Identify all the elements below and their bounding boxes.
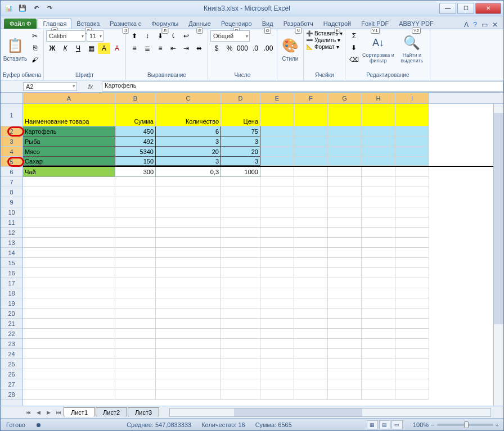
row-header[interactable]: 3 (1, 137, 22, 147)
help-icon[interactable]: ? (473, 21, 477, 29)
cell[interactable] (115, 228, 156, 238)
align-bottom-icon[interactable]: ⬇ (154, 30, 166, 42)
cell[interactable] (362, 187, 395, 197)
ribbon-tab[interactable]: РецензироР (216, 18, 257, 29)
cell[interactable] (328, 258, 362, 268)
cell[interactable] (260, 167, 294, 177)
cell[interactable] (395, 228, 429, 238)
ribbon-tab[interactable]: ФормулыЛ (146, 18, 183, 29)
macro-record-icon[interactable]: ⏺ (35, 421, 42, 428)
cell[interactable] (260, 147, 294, 157)
cell[interactable] (395, 369, 429, 379)
cell[interactable] (362, 278, 395, 288)
cell[interactable] (362, 288, 395, 298)
cell[interactable] (115, 389, 156, 400)
cell[interactable] (328, 157, 362, 166)
column-header[interactable]: B (115, 93, 156, 103)
ribbon-tab[interactable]: ВидО (257, 18, 278, 29)
cell[interactable] (156, 288, 221, 298)
row-header[interactable]: 25 (1, 359, 22, 369)
cell[interactable] (115, 308, 156, 319)
cell[interactable] (362, 308, 395, 319)
cell[interactable] (156, 217, 221, 228)
cell[interactable]: 1000 (221, 167, 260, 177)
cell[interactable]: Чай (23, 167, 115, 177)
ribbon-tab[interactable]: ABBYY PDFY2 (394, 18, 439, 29)
cell[interactable] (328, 197, 362, 207)
cell[interactable] (362, 104, 395, 126)
cell[interactable] (221, 187, 260, 197)
row-header[interactable]: 4 (1, 147, 22, 157)
cell[interactable]: 3 (156, 157, 221, 166)
ribbon-tab[interactable]: ВставкаС (71, 18, 105, 29)
cell[interactable] (115, 207, 156, 217)
cell[interactable]: Количество (156, 104, 221, 126)
cell[interactable] (260, 349, 294, 359)
cell[interactable] (23, 288, 115, 298)
cell[interactable] (156, 329, 221, 339)
cell[interactable] (395, 258, 429, 268)
cell[interactable] (294, 187, 328, 197)
cell[interactable] (260, 157, 294, 166)
cell[interactable] (362, 329, 395, 339)
row-header[interactable]: 18 (1, 288, 22, 298)
ribbon-tab[interactable]: ГлавнаяЯ (38, 18, 71, 29)
cells-format-button[interactable]: 📐Формат ▾ (306, 44, 339, 50)
align-left-icon[interactable]: ≡ (128, 43, 141, 54)
cell[interactable] (156, 339, 221, 349)
column-header[interactable]: I (395, 93, 429, 103)
cell[interactable]: 3 (221, 157, 260, 166)
cell[interactable] (221, 217, 260, 228)
cell[interactable]: 20 (156, 147, 221, 157)
cell[interactable] (328, 298, 362, 308)
cell[interactable] (221, 329, 260, 339)
cell[interactable] (156, 379, 221, 389)
cell[interactable] (221, 369, 260, 379)
cell[interactable] (221, 238, 260, 248)
cell[interactable] (294, 278, 328, 288)
cell[interactable] (362, 197, 395, 207)
qat-undo-icon[interactable]: ↶ (30, 2, 42, 15)
cell[interactable]: 20 (221, 147, 260, 157)
cell[interactable] (260, 197, 294, 207)
cell[interactable] (23, 349, 115, 359)
column-header[interactable]: G (328, 93, 362, 103)
cell[interactable] (328, 278, 362, 288)
zoom-in-button[interactable]: + (496, 421, 499, 428)
cell[interactable] (260, 308, 294, 319)
cell[interactable] (260, 298, 294, 308)
cell[interactable] (156, 187, 221, 197)
cell[interactable] (395, 177, 429, 187)
cell[interactable] (395, 298, 429, 308)
cell[interactable] (156, 197, 221, 207)
cell[interactable] (395, 167, 429, 177)
cell[interactable] (115, 329, 156, 339)
cell[interactable] (294, 308, 328, 319)
cell[interactable] (395, 248, 429, 258)
cell[interactable] (23, 319, 115, 329)
cell[interactable] (395, 197, 429, 207)
cell[interactable] (23, 248, 115, 258)
cell[interactable] (115, 268, 156, 278)
cell[interactable] (362, 238, 395, 248)
format-painter-icon[interactable]: 🖌 (29, 54, 41, 65)
cell[interactable] (395, 339, 429, 349)
cell[interactable] (23, 359, 115, 369)
row-header[interactable]: 28 (1, 389, 22, 400)
cell[interactable] (260, 228, 294, 238)
cell[interactable] (294, 126, 328, 137)
cell[interactable] (294, 167, 328, 177)
cell[interactable] (156, 238, 221, 248)
cell[interactable] (221, 339, 260, 349)
sort-filter-button[interactable]: A↓ Сортировка и фильтр (361, 30, 395, 67)
cell[interactable] (328, 329, 362, 339)
wrap-text-icon[interactable]: ↩ (180, 30, 192, 42)
cell[interactable] (294, 339, 328, 349)
cell[interactable] (156, 248, 221, 258)
cell[interactable] (294, 157, 328, 166)
cell[interactable] (328, 217, 362, 228)
cell[interactable] (395, 359, 429, 369)
font-size-combo[interactable]: 11 (87, 30, 104, 42)
cell[interactable] (156, 298, 221, 308)
file-tab[interactable]: Файл Ф (4, 19, 37, 29)
